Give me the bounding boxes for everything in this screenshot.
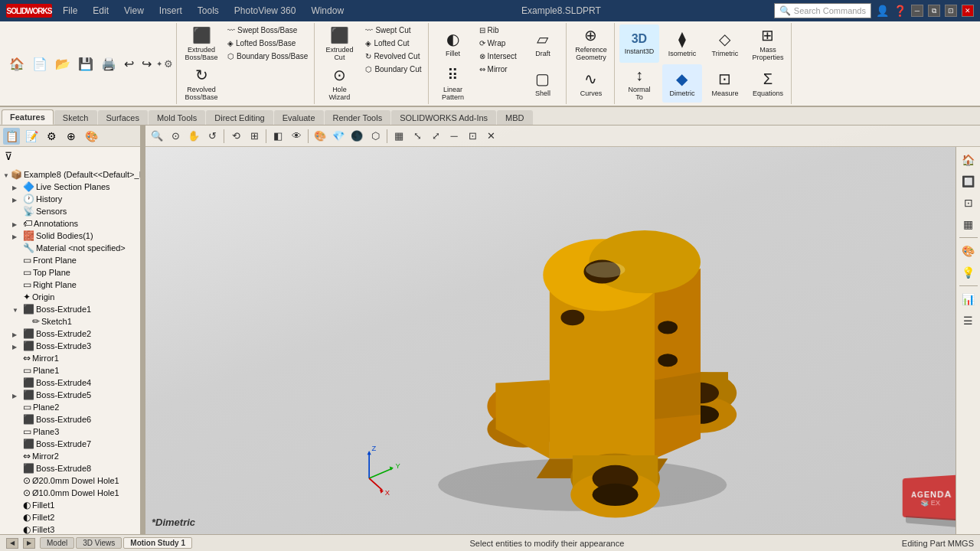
rt-section[interactable]: ▦	[959, 214, 978, 234]
tree-fillet3[interactable]: ◐ Fillet3	[0, 523, 140, 534]
viewport[interactable]: 🔍 ⊙ ✋ ↺ ⟲ ⊞ ◧ 👁 🎨 💎 🌑 ⬡ ▦ ⤡ ⤢ ─ ⊡ ✕	[145, 126, 980, 534]
tab-mbd[interactable]: MBD	[497, 110, 532, 125]
rib-button[interactable]: ⊟Rib	[476, 24, 520, 36]
root-expand[interactable]	[3, 171, 9, 179]
tree-dowel-hole-10[interactable]: ⊙ Ø10.0mm Dowel Hole1	[0, 487, 140, 499]
search-box[interactable]: 🔍 Search Commands	[774, 3, 871, 18]
tree-plane3[interactable]: ▭ Plane3	[0, 425, 140, 438]
tree-dowel-hole-20[interactable]: ⊙ Ø20.0mm Dowel Hole1	[0, 474, 140, 487]
rt-home[interactable]: 🏠	[959, 150, 978, 170]
tree-top-plane[interactable]: ▭ Top Plane	[0, 266, 140, 279]
tree-material[interactable]: 🔧 Material <not specified>	[0, 242, 140, 254]
tree-boss-extrude6[interactable]: ⬛ Boss-Extrude6	[0, 413, 140, 425]
history-expand[interactable]	[12, 195, 21, 204]
vp-section-view[interactable]: ⊞	[246, 128, 263, 145]
instant3d-button[interactable]: 3D Instant3D	[619, 24, 659, 63]
restore-button[interactable]: ⧉	[928, 5, 940, 17]
rt-appearances[interactable]: 🎨	[959, 241, 978, 261]
extruded-boss-button[interactable]: ⬛ ExtrudedBoss/Base	[181, 24, 221, 63]
menu-window[interactable]: Window	[306, 4, 348, 18]
shell-button[interactable]: ▢ Shell	[523, 64, 563, 103]
boundary-cut-button[interactable]: ⬡Boundary Cut	[362, 64, 424, 75]
draft-button[interactable]: ▱ Draft	[523, 24, 563, 63]
menu-view[interactable]: View	[119, 4, 149, 18]
tree-fillet1[interactable]: ◐ Fillet1	[0, 499, 140, 511]
tree-boss-extrude2[interactable]: ⬛ Boss-Extrude2	[0, 328, 140, 340]
vp-rotate[interactable]: ↺	[204, 128, 220, 145]
property-manager-icon[interactable]: 📝	[23, 128, 40, 145]
bottom-tab-motion[interactable]: Motion Study 1	[123, 537, 192, 549]
tab-evaluate[interactable]: Evaluate	[274, 110, 324, 125]
live-section-expand[interactable]	[12, 183, 21, 191]
boss5-expand[interactable]	[12, 391, 21, 399]
menu-file[interactable]: File	[58, 4, 82, 18]
print-button[interactable]: 🖨️	[98, 55, 119, 73]
lofted-boss-button[interactable]: ◈Lofted Boss/Base	[224, 37, 311, 49]
tree-solid-bodies[interactable]: 🧱 Solid Bodies(1)	[0, 230, 140, 242]
vp-min[interactable]: ─	[446, 128, 462, 145]
undo-button[interactable]: ↩	[121, 55, 137, 73]
equations-button[interactable]: Σ Equations	[748, 64, 788, 103]
isometric-button[interactable]: ⧫ Isometric	[662, 24, 702, 63]
curves-button[interactable]: ∿ Curves	[571, 64, 611, 103]
menu-insert[interactable]: Insert	[155, 4, 187, 18]
tree-boss-extrude5[interactable]: ⬛ Boss-Extrude5	[0, 389, 140, 401]
ref-geometry-button[interactable]: ⊕ ReferenceGeometry	[571, 24, 611, 63]
home-button[interactable]: 🏠	[6, 55, 28, 73]
intersect-button[interactable]: ⊗Intersect	[476, 51, 520, 62]
tab-surfaces[interactable]: Surfaces	[98, 110, 148, 125]
vp-realview[interactable]: 💎	[330, 128, 347, 145]
vp-display-pane[interactable]: ▦	[390, 128, 407, 145]
vp-appearances[interactable]: ⬡	[367, 128, 384, 145]
lofted-cut-button[interactable]: ◈Lofted Cut	[362, 37, 424, 49]
redo-button[interactable]: ↪	[139, 55, 155, 73]
vp-prev-view[interactable]: ⟲	[227, 128, 244, 145]
menu-edit[interactable]: Edit	[88, 4, 113, 18]
vp-close[interactable]: ✕	[482, 128, 499, 145]
revolved-cut-button[interactable]: ↻Revolved Cut	[362, 51, 424, 62]
scroll-right-button[interactable]: ▶	[23, 538, 35, 549]
tree-sensors[interactable]: 📡 Sensors	[0, 205, 140, 217]
tree-plane2[interactable]: ▭ Plane2	[0, 401, 140, 413]
tree-root[interactable]: 📦 Example8 (Default<<Default>_D ▲	[0, 168, 140, 181]
hole-wizard-button[interactable]: ⊙ HoleWizard	[319, 64, 359, 103]
bottom-tab-model[interactable]: Model	[40, 537, 74, 549]
tab-mold-tools[interactable]: Mold Tools	[149, 110, 205, 125]
boss1-expand[interactable]	[12, 305, 21, 314]
tree-boss-extrude1[interactable]: ⬛ Boss-Extrude1	[0, 303, 140, 315]
linear-pattern-button[interactable]: ⠿ LinearPattern	[433, 64, 473, 103]
config-manager-icon[interactable]: ⚙	[43, 128, 60, 145]
tree-boss-extrude4[interactable]: ⬛ Boss-Extrude4	[0, 377, 140, 389]
boss3-expand[interactable]	[12, 342, 21, 350]
boss2-expand[interactable]	[12, 330, 21, 338]
rt-display[interactable]: 💡	[959, 262, 978, 282]
settings-icon[interactable]: ⚙	[164, 58, 173, 70]
vp-zoom-area[interactable]: ⊙	[167, 128, 184, 145]
tree-boss-extrude7[interactable]: ⬛ Boss-Extrude7	[0, 438, 140, 450]
tree-boss-extrude8[interactable]: ⬛ Boss-Extrude8	[0, 462, 140, 474]
feature-manager-icon[interactable]: 📋	[3, 128, 20, 145]
vp-collapse[interactable]: ⤢	[427, 128, 444, 145]
tree-fillet2[interactable]: ◐ Fillet2	[0, 511, 140, 523]
vp-zoom-fit[interactable]: 🔍	[149, 128, 165, 145]
tree-front-plane[interactable]: ▭ Front Plane	[0, 254, 140, 266]
vp-expand[interactable]: ⤡	[409, 128, 426, 145]
tree-annotations[interactable]: 🏷 Annotations	[0, 217, 140, 230]
dim-expert-icon[interactable]: ⊕	[63, 128, 80, 145]
scroll-left-button[interactable]: ◀	[6, 538, 18, 549]
tree-history[interactable]: 🕐 History	[0, 193, 140, 205]
swept-boss-button[interactable]: 〰Swept Boss/Base	[224, 24, 311, 36]
trimetric-button[interactable]: ◇ Trimetric	[705, 24, 745, 63]
open-button[interactable]: 📂	[52, 55, 74, 73]
tree-live-section[interactable]: 🔷 Live Section Planes	[0, 181, 140, 193]
annotations-expand[interactable]	[12, 220, 21, 228]
solid-bodies-expand[interactable]	[12, 232, 21, 240]
rt-zoom-fit[interactable]: ⊡	[959, 193, 978, 213]
menu-photoview[interactable]: PhotoView 360	[230, 4, 301, 18]
rt-chart[interactable]: 📊	[959, 289, 978, 309]
tab-features[interactable]: Features	[2, 109, 54, 125]
vp-shadows[interactable]: 🌑	[348, 128, 365, 145]
filter-icon[interactable]: ⊽	[3, 148, 14, 164]
dimetric-button[interactable]: ◆ Dimetric	[662, 64, 702, 103]
feature-tree[interactable]: 📦 Example8 (Default<<Default>_D ▲ 🔷 Live…	[0, 165, 140, 534]
